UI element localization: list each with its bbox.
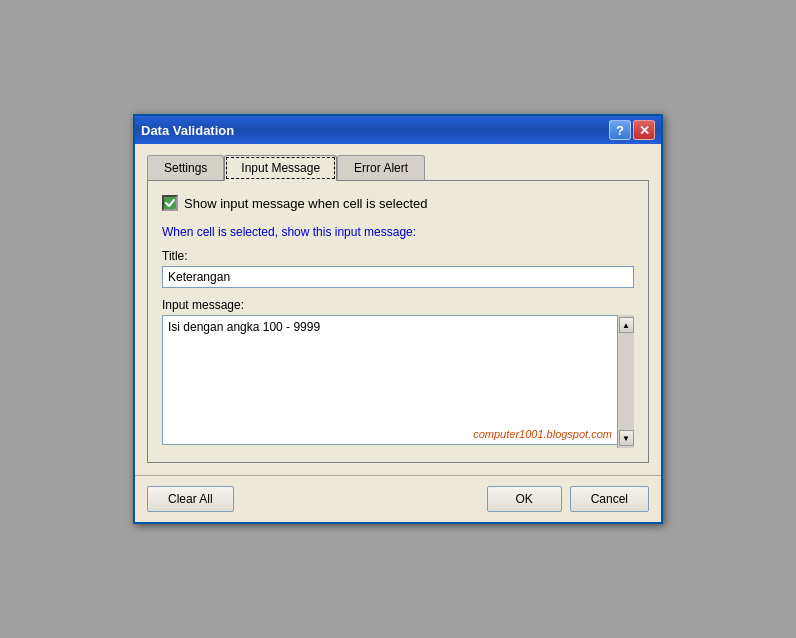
cancel-button[interactable]: Cancel (570, 486, 649, 512)
clear-all-button[interactable]: Clear All (147, 486, 234, 512)
checkbox-check-icon (164, 197, 176, 209)
help-button[interactable]: ? (609, 120, 631, 140)
watermark: computer1001.blogspot.com (473, 428, 612, 440)
dialog-window: Data Validation ? ✕ Settings Input Messa… (133, 114, 663, 524)
show-message-checkbox[interactable] (162, 195, 178, 211)
message-label: Input message: (162, 298, 634, 312)
scroll-down-button[interactable]: ▼ (619, 430, 634, 446)
scrollbar: ▲ ▼ (617, 315, 634, 448)
message-field-wrapper: Isi dengan angka 100 - 9999 ▲ ▼ computer… (162, 315, 634, 448)
dialog-title: Data Validation (141, 123, 234, 138)
checkbox-row: Show input message when cell is selected (162, 195, 634, 211)
dialog-footer: Clear All OK Cancel (135, 475, 661, 522)
title-label: Title: (162, 249, 634, 263)
hint-text: When cell is selected, show this input m… (162, 225, 634, 239)
message-textarea[interactable]: Isi dengan angka 100 - 9999 (162, 315, 634, 445)
footer-right-buttons: OK Cancel (487, 486, 649, 512)
ok-button[interactable]: OK (487, 486, 562, 512)
title-bar-buttons: ? ✕ (609, 120, 655, 140)
checkbox-label: Show input message when cell is selected (184, 196, 428, 211)
dialog-content: Settings Input Message Error Alert Show … (135, 144, 661, 475)
scroll-up-button[interactable]: ▲ (619, 317, 634, 333)
tab-panel: Show input message when cell is selected… (147, 180, 649, 463)
tab-input-message[interactable]: Input Message (224, 155, 337, 181)
close-button[interactable]: ✕ (633, 120, 655, 140)
title-input[interactable] (162, 266, 634, 288)
tab-error-alert[interactable]: Error Alert (337, 155, 425, 181)
tab-settings[interactable]: Settings (147, 155, 224, 181)
tabs: Settings Input Message Error Alert (147, 154, 649, 180)
title-bar: Data Validation ? ✕ (135, 116, 661, 144)
